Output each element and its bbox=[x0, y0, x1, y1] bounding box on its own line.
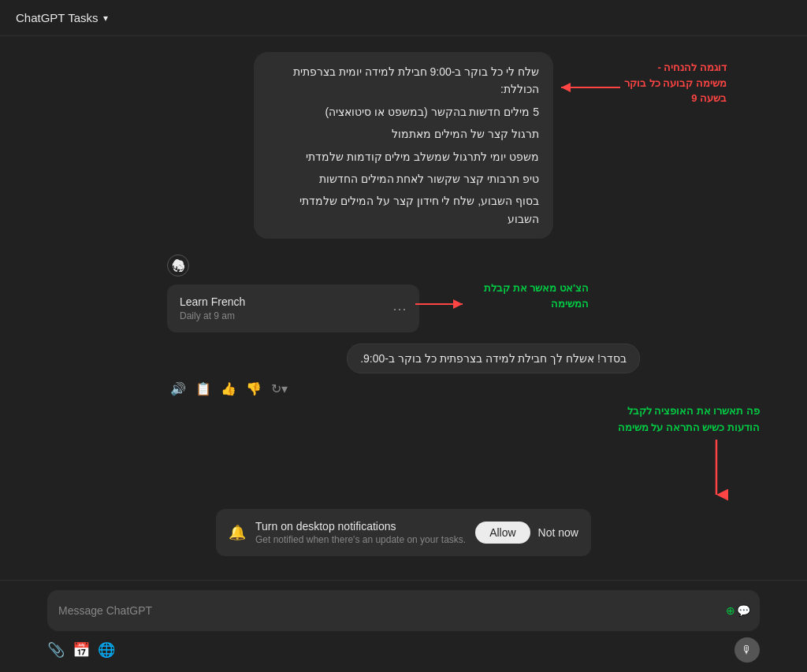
thumbs-up-icon[interactable]: 👍 bbox=[221, 381, 236, 396]
notif-title: Turn on desktop notifications bbox=[255, 520, 466, 533]
annotation-task-text: הצ'אט מאשר את קבלת המשימה bbox=[470, 280, 589, 311]
copy-icon[interactable]: 📋 bbox=[195, 381, 211, 396]
bottom-annotation-text: פה תאשרו את האופציה לקבל הודעות כשיש התר… bbox=[594, 403, 760, 436]
msg-line-2: 5 מילים חדשות בהקשר (במשפט או סיטואציה) bbox=[268, 103, 539, 121]
user-message-wrapper: שלח לי כל בוקר ב-9:00 חבילת למידה יומית … bbox=[0, 52, 807, 239]
user-message-bubble: שלח לי כל בוקר ב-9:00 חבילת למידה יומית … bbox=[254, 52, 553, 239]
input-right-icons: ⊕ 💬 bbox=[727, 600, 749, 622]
bottom-annotation-area: פה תאשרו את האופציה לקבל הודעות כשיש התר… bbox=[0, 403, 807, 503]
confirm-message-bubble: בסדר! אשלח לך חבילת למידה בצרפתית כל בוק… bbox=[347, 343, 640, 373]
openai-logo bbox=[172, 259, 184, 272]
down-arrow-icon bbox=[705, 440, 728, 503]
action-icons-row: 🔊 📋 👍 👎 ↻▾ bbox=[167, 381, 640, 396]
notification-text: Turn on desktop notifications Get notifi… bbox=[255, 520, 466, 545]
not-now-button[interactable]: Not now bbox=[538, 526, 578, 539]
regenerate-icon[interactable]: ↻▾ bbox=[271, 381, 288, 396]
voice-icon: ⊕ bbox=[726, 604, 735, 617]
task-card-subtitle: Daily at 9 am bbox=[180, 310, 245, 321]
main-content: שלח לי כל בוקר ב-9:00 חבילת למידה יומית … bbox=[0, 36, 807, 667]
voice-mode-button[interactable]: ⊕ 💬 bbox=[727, 600, 749, 622]
attach-icon[interactable]: 📎 bbox=[47, 641, 65, 659]
notification-banner: 🔔 Turn on desktop notifications Get noti… bbox=[216, 509, 591, 556]
msg-line-3: תרגול קצר של המילים מאתמול bbox=[268, 125, 539, 143]
chat-area: שלח לי כל בוקר ב-9:00 חבילת למידה יומית … bbox=[0, 36, 807, 580]
confirm-message-row: בסדר! אשלח לך חבילת למידה בצרפתית כל בוק… bbox=[167, 343, 640, 373]
msg-line-6: בסוף השבוע, שלח לי חידון קצר על המילים ש… bbox=[268, 192, 539, 228]
input-toolbar-left: 📎 📅 🌐 bbox=[47, 641, 115, 659]
mic-icon: 🎙 bbox=[742, 644, 753, 656]
input-placeholder[interactable]: Message ChatGPT bbox=[58, 604, 152, 617]
task-card-menu-dots[interactable]: ⋯ bbox=[392, 300, 407, 317]
globe-icon[interactable]: 🌐 bbox=[98, 641, 115, 659]
chat-icon: 💬 bbox=[737, 604, 750, 617]
right-annotation: דוגמה להנחיה - משימה קבועה כל בוקר בשעה … bbox=[624, 60, 727, 106]
msg-line-5: טיפ תרבותי קצר שקשור לאחת המילים החדשות bbox=[268, 170, 539, 187]
assistant-section: Learn French Daily at 9 am ⋯ הצ'אט מאשר … bbox=[104, 254, 703, 396]
assistant-avatar bbox=[167, 254, 189, 277]
annotation-arrow-right bbox=[557, 80, 628, 95]
msg-line-1: שלח לי כל בוקר ב-9:00 חבילת למידה יומית … bbox=[268, 63, 539, 98]
bell-icon: 🔔 bbox=[229, 524, 246, 541]
app-title-text: ChatGPT Tasks bbox=[16, 11, 99, 24]
input-area: Message ChatGPT ⊕ 💬 📎 📅 🌐 🎙 bbox=[0, 580, 807, 667]
task-annotation: הצ'אט מאשר את קבלת המשימה bbox=[470, 280, 589, 311]
speaker-icon[interactable]: 🔊 bbox=[170, 381, 186, 396]
task-card-arrow bbox=[411, 296, 467, 312]
chevron-down-icon[interactable]: ▾ bbox=[103, 13, 108, 24]
notif-subtitle: Get notified when there's an update on y… bbox=[255, 534, 466, 545]
header-title: ChatGPT Tasks ▾ bbox=[16, 11, 108, 24]
task-card-row: Learn French Daily at 9 am ⋯ הצ'אט מאשר … bbox=[167, 284, 640, 332]
task-card-info: Learn French Daily at 9 am bbox=[180, 295, 245, 321]
allow-button[interactable]: Allow bbox=[475, 522, 530, 544]
task-card: Learn French Daily at 9 am ⋯ bbox=[167, 284, 419, 332]
input-bottom-icons: 📎 📅 🌐 🎙 bbox=[47, 637, 760, 663]
mic-button[interactable]: 🎙 bbox=[734, 637, 760, 663]
confirm-message-text: בסדר! אשלח לך חבילת למידה בצרפתית כל בוק… bbox=[360, 352, 627, 365]
msg-line-4: משפט יומי לתרגול שמשלב מילים קודמות שלמד… bbox=[268, 148, 539, 165]
message-input-box: Message ChatGPT ⊕ 💬 bbox=[47, 590, 760, 631]
annotation-right-text: דוגמה להנחיה - משימה קבועה כל בוקר בשעה … bbox=[624, 60, 727, 106]
task-icon[interactable]: 📅 bbox=[73, 641, 90, 659]
notification-actions: Allow Not now bbox=[475, 522, 578, 544]
header: ChatGPT Tasks ▾ bbox=[0, 0, 807, 36]
task-card-title: Learn French bbox=[180, 295, 245, 308]
thumbs-down-icon[interactable]: 👎 bbox=[246, 381, 262, 396]
